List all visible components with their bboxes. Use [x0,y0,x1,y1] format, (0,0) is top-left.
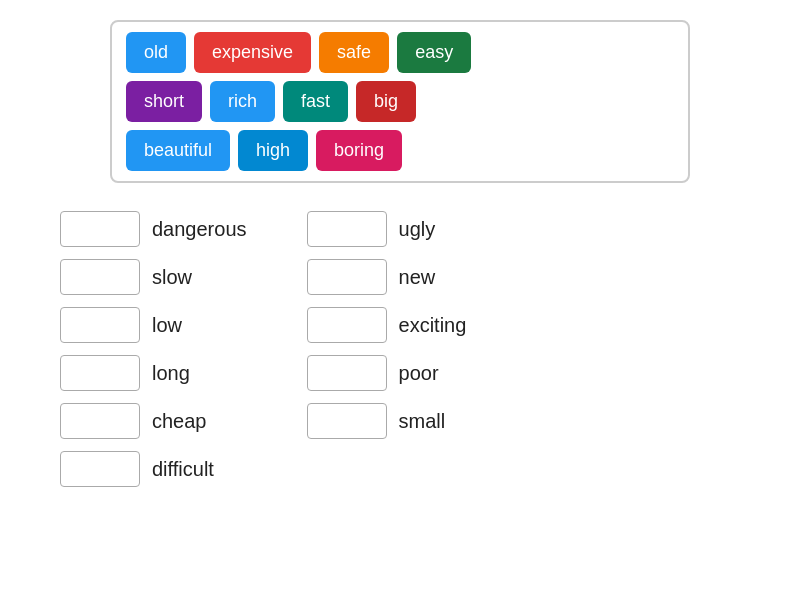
word-bank-row: oldexpensivesafeeasy [126,32,674,73]
word-bank-row: shortrichfastbig [126,81,674,122]
matching-area: dangerousslowlowlongcheapdifficult uglyn… [60,211,740,487]
chip-boring[interactable]: boring [316,130,402,171]
chip-beautiful[interactable]: beautiful [126,130,230,171]
left-column: dangerousslowlowlongcheapdifficult [60,211,247,487]
word-bank: oldexpensivesafeeasyshortrichfastbigbeau… [110,20,690,183]
matching-row: poor [307,355,467,391]
chip-big[interactable]: big [356,81,416,122]
label-cheap: cheap [152,410,207,433]
drop-box-difficult[interactable] [60,451,140,487]
label-ugly: ugly [399,218,436,241]
chip-safe[interactable]: safe [319,32,389,73]
matching-row: ugly [307,211,467,247]
matching-row: small [307,403,467,439]
matching-row: new [307,259,467,295]
drop-box-slow[interactable] [60,259,140,295]
chip-high[interactable]: high [238,130,308,171]
drop-box-exciting[interactable] [307,307,387,343]
label-dangerous: dangerous [152,218,247,241]
label-small: small [399,410,446,433]
label-poor: poor [399,362,439,385]
chip-old[interactable]: old [126,32,186,73]
chip-easy[interactable]: easy [397,32,471,73]
chip-fast[interactable]: fast [283,81,348,122]
label-long: long [152,362,190,385]
label-slow: slow [152,266,192,289]
label-exciting: exciting [399,314,467,337]
chip-rich[interactable]: rich [210,81,275,122]
matching-row: long [60,355,247,391]
matching-row: difficult [60,451,247,487]
drop-box-cheap[interactable] [60,403,140,439]
drop-box-poor[interactable] [307,355,387,391]
matching-row: exciting [307,307,467,343]
drop-box-dangerous[interactable] [60,211,140,247]
drop-box-long[interactable] [60,355,140,391]
label-new: new [399,266,436,289]
drop-box-new[interactable] [307,259,387,295]
label-low: low [152,314,182,337]
chip-expensive[interactable]: expensive [194,32,311,73]
chip-short[interactable]: short [126,81,202,122]
drop-box-small[interactable] [307,403,387,439]
word-bank-row: beautifulhighboring [126,130,674,171]
matching-row: dangerous [60,211,247,247]
right-column: uglynewexcitingpoorsmall [307,211,467,487]
matching-row: slow [60,259,247,295]
matching-row: low [60,307,247,343]
label-difficult: difficult [152,458,214,481]
matching-row: cheap [60,403,247,439]
drop-box-ugly[interactable] [307,211,387,247]
drop-box-low[interactable] [60,307,140,343]
